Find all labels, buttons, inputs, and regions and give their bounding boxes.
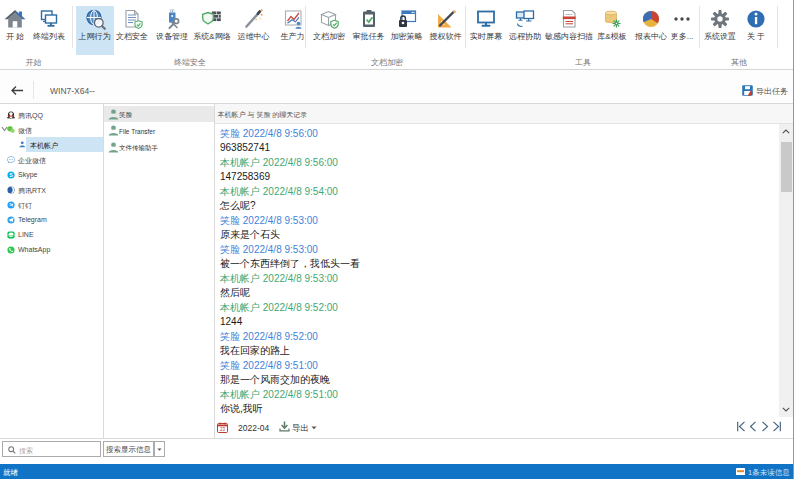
svg-text:LINE: LINE — [9, 233, 14, 235]
svg-text:S: S — [9, 171, 13, 177]
svg-text:23: 23 — [220, 427, 226, 432]
